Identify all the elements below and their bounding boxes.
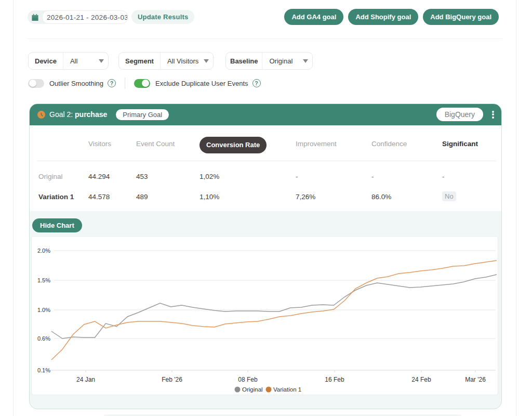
svg-text:0.1%: 0.1% xyxy=(37,367,50,373)
svg-text:2.0%: 2.0% xyxy=(37,248,50,254)
svg-text:0.6%: 0.6% xyxy=(37,335,50,342)
svg-text:Original: Original xyxy=(242,386,263,393)
svg-text:1.5%: 1.5% xyxy=(37,277,50,283)
svg-text:1.0%: 1.0% xyxy=(37,307,50,313)
svg-text:08 Feb: 08 Feb xyxy=(238,376,258,383)
svg-text:16 Feb: 16 Feb xyxy=(325,376,344,383)
svg-text:Feb '26: Feb '26 xyxy=(162,376,182,383)
svg-text:Variation 1: Variation 1 xyxy=(273,386,301,393)
svg-text:24 Jan: 24 Jan xyxy=(76,376,95,383)
svg-text:24 Feb: 24 Feb xyxy=(411,376,431,383)
svg-text:Mar '26: Mar '26 xyxy=(465,376,486,383)
